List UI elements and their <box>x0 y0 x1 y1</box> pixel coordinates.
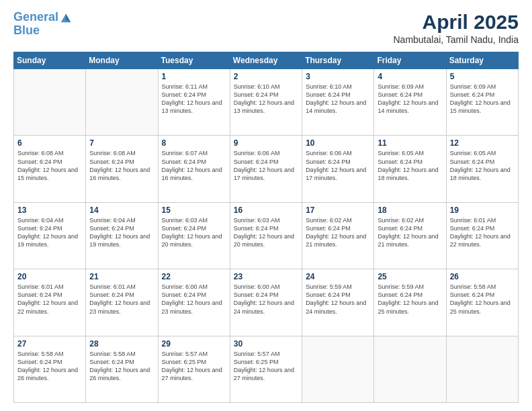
day-number: 26 <box>450 272 515 281</box>
subtitle: Nambutalai, Tamil Nadu, India <box>393 34 519 45</box>
day-info: Sunrise: 6:01 AM Sunset: 6:24 PM Dayligh… <box>89 283 154 316</box>
day-info: Sunrise: 6:09 AM Sunset: 6:24 PM Dayligh… <box>378 83 442 116</box>
day-info: Sunrise: 6:06 AM Sunset: 6:24 PM Dayligh… <box>234 149 298 182</box>
day-number: 13 <box>17 205 82 215</box>
calendar-cell <box>86 69 158 136</box>
day-info: Sunrise: 5:58 AM Sunset: 6:24 PM Dayligh… <box>89 350 154 383</box>
day-info: Sunrise: 6:07 AM Sunset: 6:24 PM Dayligh… <box>162 149 226 182</box>
column-header-monday: Monday <box>86 52 158 69</box>
title-block: April 2025 Nambutalai, Tamil Nadu, India <box>393 11 519 45</box>
column-header-sunday: Sunday <box>14 52 86 69</box>
calendar-cell: 14Sunrise: 6:04 AM Sunset: 6:24 PM Dayli… <box>86 202 158 269</box>
day-info: Sunrise: 5:59 AM Sunset: 6:24 PM Dayligh… <box>378 283 442 316</box>
day-info: Sunrise: 6:08 AM Sunset: 6:24 PM Dayligh… <box>17 149 82 182</box>
calendar-cell: 11Sunrise: 6:05 AM Sunset: 6:24 PM Dayli… <box>374 136 446 202</box>
logo-text: General <box>13 11 58 24</box>
calendar-cell <box>302 336 374 402</box>
calendar-cell <box>374 336 446 402</box>
day-number: 22 <box>162 272 226 281</box>
calendar-cell: 21Sunrise: 6:01 AM Sunset: 6:24 PM Dayli… <box>86 269 158 336</box>
day-number: 25 <box>378 272 442 281</box>
day-number: 29 <box>162 339 226 349</box>
column-header-thursday: Thursday <box>302 52 374 69</box>
day-number: 17 <box>306 205 370 215</box>
day-info: Sunrise: 6:10 AM Sunset: 6:24 PM Dayligh… <box>306 83 370 116</box>
calendar-cell: 23Sunrise: 6:00 AM Sunset: 6:24 PM Dayli… <box>230 269 302 336</box>
day-number: 14 <box>89 205 154 215</box>
calendar-cell: 3Sunrise: 6:10 AM Sunset: 6:24 PM Daylig… <box>302 69 374 136</box>
calendar-cell: 2Sunrise: 6:10 AM Sunset: 6:24 PM Daylig… <box>230 69 302 136</box>
day-number: 4 <box>378 72 442 81</box>
day-info: Sunrise: 6:04 AM Sunset: 6:24 PM Dayligh… <box>89 216 154 249</box>
calendar-cell: 7Sunrise: 6:08 AM Sunset: 6:24 PM Daylig… <box>86 136 158 202</box>
column-header-friday: Friday <box>374 52 446 69</box>
day-info: Sunrise: 6:01 AM Sunset: 6:24 PM Dayligh… <box>450 216 515 249</box>
calendar-cell <box>14 69 86 136</box>
calendar-cell: 8Sunrise: 6:07 AM Sunset: 6:24 PM Daylig… <box>158 136 230 202</box>
day-info: Sunrise: 6:00 AM Sunset: 6:24 PM Dayligh… <box>234 283 298 316</box>
day-number: 1 <box>162 72 226 81</box>
day-number: 15 <box>162 205 226 215</box>
day-info: Sunrise: 5:57 AM Sunset: 6:25 PM Dayligh… <box>234 350 298 383</box>
calendar-cell: 5Sunrise: 6:09 AM Sunset: 6:24 PM Daylig… <box>446 69 518 136</box>
day-info: Sunrise: 6:10 AM Sunset: 6:24 PM Dayligh… <box>234 83 298 116</box>
calendar-cell: 13Sunrise: 6:04 AM Sunset: 6:24 PM Dayli… <box>14 202 86 269</box>
day-number: 30 <box>234 339 298 349</box>
day-info: Sunrise: 6:03 AM Sunset: 6:24 PM Dayligh… <box>234 216 298 249</box>
day-number: 16 <box>234 205 298 215</box>
day-info: Sunrise: 6:00 AM Sunset: 6:24 PM Dayligh… <box>162 283 226 316</box>
day-number: 21 <box>89 272 154 281</box>
day-info: Sunrise: 6:04 AM Sunset: 6:24 PM Dayligh… <box>17 216 82 249</box>
column-header-wednesday: Wednesday <box>230 52 302 69</box>
calendar-cell: 10Sunrise: 6:06 AM Sunset: 6:24 PM Dayli… <box>302 136 374 202</box>
calendar-cell: 22Sunrise: 6:00 AM Sunset: 6:24 PM Dayli… <box>158 269 230 336</box>
day-info: Sunrise: 6:02 AM Sunset: 6:24 PM Dayligh… <box>306 216 370 249</box>
calendar-cell: 28Sunrise: 5:58 AM Sunset: 6:24 PM Dayli… <box>86 336 158 402</box>
main-title: April 2025 <box>393 11 519 33</box>
calendar-cell: 27Sunrise: 5:58 AM Sunset: 6:24 PM Dayli… <box>14 336 86 402</box>
day-number: 28 <box>89 339 154 349</box>
calendar-cell: 4Sunrise: 6:09 AM Sunset: 6:24 PM Daylig… <box>374 69 446 136</box>
calendar-cell: 15Sunrise: 6:03 AM Sunset: 6:24 PM Dayli… <box>158 202 230 269</box>
logo-icon <box>60 11 72 24</box>
calendar-cell: 29Sunrise: 5:57 AM Sunset: 6:25 PM Dayli… <box>158 336 230 402</box>
day-number: 23 <box>234 272 298 281</box>
day-info: Sunrise: 5:57 AM Sunset: 6:25 PM Dayligh… <box>162 350 226 383</box>
day-info: Sunrise: 6:03 AM Sunset: 6:24 PM Dayligh… <box>162 216 226 249</box>
column-header-tuesday: Tuesday <box>158 52 230 69</box>
calendar-cell: 25Sunrise: 5:59 AM Sunset: 6:24 PM Dayli… <box>374 269 446 336</box>
calendar-cell: 1Sunrise: 6:11 AM Sunset: 6:24 PM Daylig… <box>158 69 230 136</box>
day-number: 20 <box>17 272 82 281</box>
calendar-cell: 16Sunrise: 6:03 AM Sunset: 6:24 PM Dayli… <box>230 202 302 269</box>
day-number: 8 <box>162 138 226 148</box>
day-number: 11 <box>378 138 442 148</box>
calendar-cell: 9Sunrise: 6:06 AM Sunset: 6:24 PM Daylig… <box>230 136 302 202</box>
calendar-cell: 17Sunrise: 6:02 AM Sunset: 6:24 PM Dayli… <box>302 202 374 269</box>
calendar-cell: 6Sunrise: 6:08 AM Sunset: 6:24 PM Daylig… <box>14 136 86 202</box>
calendar-cell: 12Sunrise: 6:05 AM Sunset: 6:24 PM Dayli… <box>446 136 518 202</box>
day-number: 10 <box>306 138 370 148</box>
day-number: 3 <box>306 72 370 81</box>
day-number: 6 <box>17 138 82 148</box>
calendar-cell: 24Sunrise: 5:59 AM Sunset: 6:24 PM Dayli… <box>302 269 374 336</box>
calendar-cell: 26Sunrise: 5:58 AM Sunset: 6:24 PM Dayli… <box>446 269 518 336</box>
day-number: 19 <box>450 205 515 215</box>
day-number: 7 <box>89 138 154 148</box>
day-number: 18 <box>378 205 442 215</box>
calendar-cell: 20Sunrise: 6:01 AM Sunset: 6:24 PM Dayli… <box>14 269 86 336</box>
day-number: 9 <box>234 138 298 148</box>
day-info: Sunrise: 6:05 AM Sunset: 6:24 PM Dayligh… <box>378 149 442 182</box>
column-header-saturday: Saturday <box>446 52 518 69</box>
logo-blue-text: Blue <box>13 24 40 38</box>
calendar-table: SundayMondayTuesdayWednesdayThursdayFrid… <box>13 52 519 403</box>
calendar-cell: 18Sunrise: 6:02 AM Sunset: 6:24 PM Dayli… <box>374 202 446 269</box>
calendar-cell: 19Sunrise: 6:01 AM Sunset: 6:24 PM Dayli… <box>446 202 518 269</box>
day-info: Sunrise: 6:05 AM Sunset: 6:24 PM Dayligh… <box>450 149 515 182</box>
day-info: Sunrise: 6:02 AM Sunset: 6:24 PM Dayligh… <box>378 216 442 249</box>
day-info: Sunrise: 5:59 AM Sunset: 6:24 PM Dayligh… <box>306 283 370 316</box>
calendar-cell: 30Sunrise: 5:57 AM Sunset: 6:25 PM Dayli… <box>230 336 302 402</box>
day-info: Sunrise: 6:01 AM Sunset: 6:24 PM Dayligh… <box>17 283 82 316</box>
logo: General Blue <box>13 11 72 38</box>
day-number: 5 <box>450 72 515 81</box>
calendar-cell <box>446 336 518 402</box>
